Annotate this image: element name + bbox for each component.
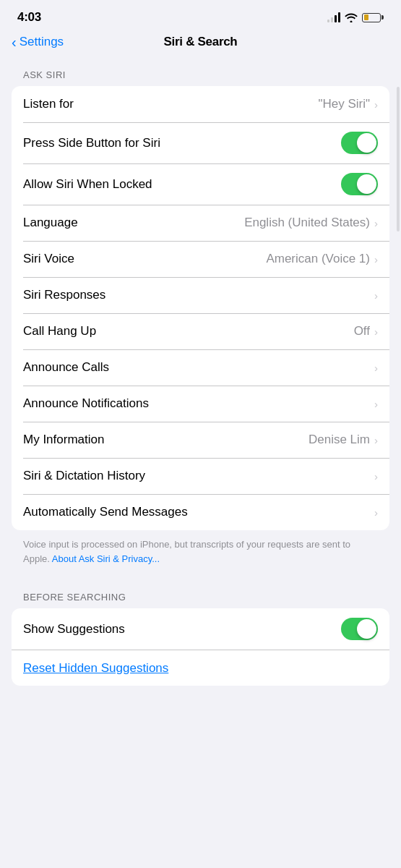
- chevron-right-icon: ›: [374, 289, 378, 302]
- chevron-right-icon: ›: [374, 253, 378, 265]
- before-searching-card: Show Suggestions Reset Hidden Suggestion…: [12, 608, 389, 686]
- listen-for-row[interactable]: Listen for "Hey Siri" ›: [12, 86, 389, 122]
- chevron-right-icon: ›: [374, 217, 378, 229]
- back-label: Settings: [20, 35, 64, 49]
- listen-for-value: "Hey Siri" ›: [318, 97, 378, 111]
- show-suggestions-label: Show Suggestions: [23, 622, 125, 637]
- chevron-right-icon: ›: [374, 434, 378, 446]
- siri-responses-label: Siri Responses: [23, 288, 105, 302]
- toggle-knob: [357, 174, 376, 194]
- dictation-history-label: Siri & Dictation History: [23, 469, 145, 483]
- reset-hidden-label: Reset Hidden Suggestions: [23, 661, 168, 676]
- ask-siri-section-label: ASK SIRI: [0, 58, 401, 86]
- toggle-knob: [357, 619, 376, 639]
- signal-icon: [327, 12, 340, 22]
- my-information-label: My Information: [23, 433, 104, 447]
- page-title: Siri & Search: [164, 35, 238, 49]
- auto-send-messages-label: Automatically Send Messages: [23, 505, 188, 519]
- status-bar: 4:03: [0, 0, 401, 29]
- show-suggestions-row[interactable]: Show Suggestions: [12, 608, 389, 650]
- ask-siri-card: Listen for "Hey Siri" › Press Side Butto…: [12, 86, 389, 530]
- press-side-button-row[interactable]: Press Side Button for Siri: [12, 122, 389, 163]
- announce-calls-chevron: ›: [373, 362, 378, 374]
- press-side-toggle[interactable]: [341, 132, 378, 154]
- toggle-knob: [357, 133, 376, 153]
- status-icons: [327, 12, 384, 22]
- announce-calls-label: Announce Calls: [23, 360, 109, 375]
- dictation-history-chevron: ›: [373, 470, 378, 482]
- about-ask-siri-link[interactable]: About Ask Siri & Privacy...: [52, 553, 160, 564]
- press-side-label: Press Side Button for Siri: [23, 136, 160, 150]
- chevron-right-icon: ›: [374, 98, 378, 111]
- before-searching-section-label: BEFORE SEARCHING: [0, 580, 401, 608]
- call-hang-label: Call Hang Up: [23, 324, 96, 339]
- reset-hidden-row[interactable]: Reset Hidden Suggestions: [12, 650, 389, 686]
- language-value: English (United States) ›: [244, 216, 378, 230]
- call-hang-row[interactable]: Call Hang Up Off ›: [12, 313, 389, 349]
- my-information-value: Denise Lim ›: [309, 433, 378, 447]
- chevron-right-icon: ›: [374, 362, 378, 374]
- chevron-right-icon: ›: [374, 506, 378, 519]
- allow-locked-row[interactable]: Allow Siri When Locked: [12, 163, 389, 205]
- show-suggestions-toggle[interactable]: [341, 618, 378, 640]
- chevron-right-icon: ›: [374, 470, 378, 482]
- scroll-track: [397, 87, 400, 231]
- allow-locked-toggle[interactable]: [341, 173, 378, 195]
- dictation-history-row[interactable]: Siri & Dictation History ›: [12, 458, 389, 494]
- chevron-right-icon: ›: [374, 326, 378, 338]
- siri-responses-row[interactable]: Siri Responses ›: [12, 277, 389, 313]
- ask-siri-footer: Voice input is processed on iPhone, but …: [0, 530, 401, 580]
- language-label: Language: [23, 216, 78, 230]
- chevron-right-icon: ›: [374, 398, 378, 410]
- announce-calls-row[interactable]: Announce Calls ›: [12, 349, 389, 386]
- announce-notifications-row[interactable]: Announce Notifications ›: [12, 386, 389, 422]
- auto-send-messages-row[interactable]: Automatically Send Messages ›: [12, 494, 389, 530]
- my-information-row[interactable]: My Information Denise Lim ›: [12, 422, 389, 458]
- siri-voice-value: American (Voice 1) ›: [266, 252, 378, 266]
- announce-notifications-chevron: ›: [373, 398, 378, 410]
- announce-notifications-label: Announce Notifications: [23, 396, 149, 411]
- battery-icon: [362, 13, 384, 22]
- allow-locked-label: Allow Siri When Locked: [23, 177, 152, 192]
- siri-voice-label: Siri Voice: [23, 252, 74, 266]
- listen-for-label: Listen for: [23, 97, 74, 111]
- status-time: 4:03: [17, 10, 41, 25]
- siri-responses-chevron: ›: [373, 289, 378, 302]
- nav-bar: ‹ Settings Siri & Search: [0, 29, 401, 58]
- back-button[interactable]: ‹ Settings: [12, 35, 64, 49]
- language-row[interactable]: Language English (United States) ›: [12, 205, 389, 241]
- auto-send-messages-chevron: ›: [373, 506, 378, 519]
- wifi-icon: [345, 12, 358, 22]
- siri-voice-row[interactable]: Siri Voice American (Voice 1) ›: [12, 241, 389, 277]
- call-hang-value: Off ›: [354, 324, 378, 339]
- back-chevron-icon: ‹: [12, 35, 17, 49]
